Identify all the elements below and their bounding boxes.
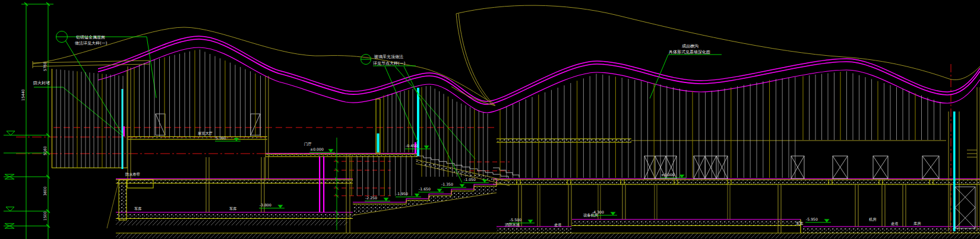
cyan-column (377, 133, 380, 152)
leader-line (63, 87, 122, 135)
x-panel (922, 156, 939, 179)
earth-hatch (116, 220, 347, 225)
level-symbol (7, 131, 15, 135)
level-marker-triangle (437, 189, 442, 193)
room-label: 展览大厅 (198, 131, 213, 136)
room-label: 走道 (891, 221, 898, 226)
level-value: -0.450 (406, 144, 418, 148)
level-marker: -1.350 (441, 182, 466, 187)
x-panel (873, 156, 888, 179)
level-value: 5.360 (216, 136, 226, 140)
retaining-wall (119, 180, 127, 220)
level-marker-triangle (415, 194, 420, 197)
slabs (107, 137, 980, 239)
level-marker-triangle (460, 184, 465, 188)
skylight-note-line2: 详见节点大样(一) (373, 60, 406, 66)
level-marker-triangle (528, 220, 533, 224)
dimension-texts: 154405760516036001500 (21, 62, 47, 221)
magenta-insert (124, 126, 125, 136)
level-value: -5.950 (806, 217, 818, 221)
x-lattice-basement (955, 187, 975, 228)
magenta-column (319, 157, 320, 212)
level-marker-triangle (482, 180, 488, 183)
stair-slab-hatch (416, 160, 510, 186)
level-marker-triangle (384, 198, 389, 202)
dim-text: 3600 (43, 186, 47, 196)
sail-bottom-curl (451, 87, 495, 106)
roof-note-line1: 铝镁锰金属屋面 (75, 35, 105, 40)
dim-text: 5760 (43, 62, 47, 71)
x-panel (833, 156, 848, 179)
cad-viewport: 铝镁锰金属屋面 做法详见大样(一) 玻璃采光顶做法 详见节点大样(一) 成品檐沟… (0, 0, 980, 239)
stair-steps (493, 168, 519, 177)
magenta-column (323, 157, 324, 212)
level-marker: -5.950 (805, 217, 831, 222)
sail-left-edge-inner (459, 14, 495, 106)
curtain-wall-mullions (52, 50, 940, 196)
gutter-note-line2: 具体形式见幕墙深化图 (668, 50, 710, 55)
level-value: -5.500 (510, 218, 521, 222)
room-label: 车库 (796, 221, 803, 225)
slab-hatch (128, 137, 267, 140)
sail-top-arc (456, 5, 980, 79)
level-value: -1.050 (464, 177, 476, 181)
level-value: ±0.000 (661, 173, 675, 177)
slab-hatch (497, 227, 571, 233)
room-label: 机房 (869, 217, 877, 222)
level-value: ±0.000 (310, 147, 324, 151)
section-drawing: 铝镁锰金属屋面 做法详见大样(一) 玻璃采光顶做法 详见节点大样(一) 成品檐沟… (0, 0, 980, 239)
slab-hatch (572, 220, 801, 225)
datum-lines (16, 64, 951, 234)
slab-hatch (265, 154, 418, 157)
level-marker-triangle (278, 205, 283, 209)
left-dimension-margin (4, 2, 53, 239)
level-marker: -1.950 (396, 192, 421, 197)
level-marker-triangle (824, 219, 830, 223)
fire-seal-label: 防火封堵 (33, 81, 50, 85)
leader-line (65, 40, 123, 135)
room-label: 库房 (913, 221, 921, 225)
fire-shutter-label: 防火卷帘 (125, 172, 140, 177)
annotations: 铝镁锰金属屋面 做法详见大样(一) 玻璃采光顶做法 详见节点大样(一) 成品檐沟… (33, 31, 722, 183)
door-panel (156, 114, 165, 135)
room-label: 消防水池 (505, 222, 520, 227)
dim-text: 5160 (43, 146, 47, 155)
basement-columns-left (206, 157, 264, 212)
room-label: 车库 (134, 206, 141, 211)
level-value: -3.800 (260, 203, 271, 207)
level-marker: -3.800 (259, 203, 284, 208)
skylight-note-line1: 玻璃采光顶做法 (374, 55, 403, 59)
room-label: 门厅 (304, 142, 311, 146)
earth-hatch (116, 233, 980, 238)
level-marker-triangle (424, 146, 429, 149)
roof-note-line2: 做法详见大样(一) (75, 40, 108, 46)
gutter-note-line1: 成品檐沟 (682, 44, 698, 49)
slab-hatch (116, 213, 353, 218)
x-panel (791, 156, 804, 179)
level-marker-triangle (328, 149, 334, 153)
slab-hatch (497, 139, 631, 142)
braced-panels (156, 114, 975, 228)
room-label: 车库 (229, 206, 236, 211)
level-value: -1.950 (396, 192, 408, 196)
slab-hatch (116, 180, 353, 183)
level-value: -1.350 (441, 182, 453, 186)
slab-hatch (493, 180, 980, 184)
level-marker-triangle (611, 212, 616, 216)
level-marker-triangle (679, 175, 685, 179)
level-marker: ±0.000 (309, 147, 335, 152)
room-label: 设备机房 (583, 213, 599, 218)
level-marker: -2.250 (365, 196, 390, 201)
level-symbol (6, 207, 14, 211)
room-label: 走道 (554, 222, 561, 227)
left-wing (33, 60, 150, 169)
leader-line (650, 55, 668, 98)
level-value: -1.650 (419, 187, 431, 191)
canopy-edge (33, 64, 150, 66)
level-marker: -1.650 (418, 187, 444, 192)
level-value: -2.250 (365, 196, 377, 200)
leader-line (147, 37, 156, 98)
dim-text: 1500 (43, 211, 47, 221)
dim-text: 15440 (21, 89, 25, 101)
